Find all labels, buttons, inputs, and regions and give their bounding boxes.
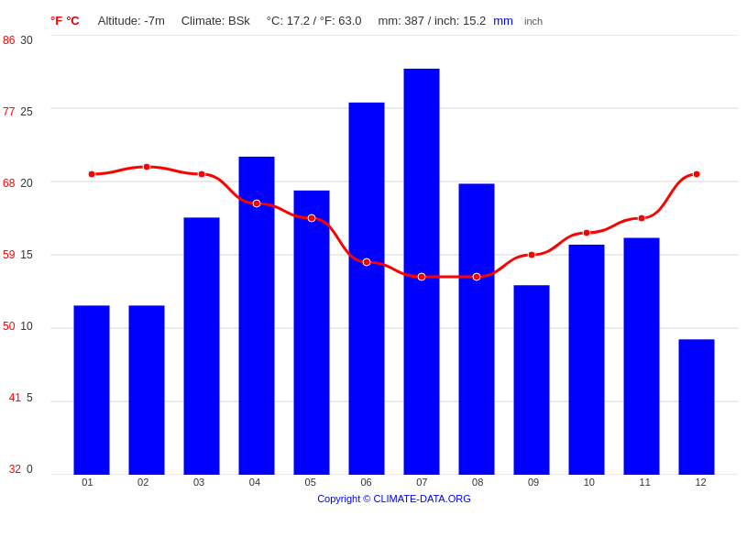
y-left-pair: 415: [9, 392, 33, 403]
y-left-pair: 320: [9, 464, 33, 475]
x-label: 10: [561, 477, 617, 488]
y-left-c: 5: [27, 392, 33, 403]
chart-area: 86307725682059155010415320 602.4502.0401…: [50, 35, 738, 475]
y-left-f: 41: [9, 392, 21, 403]
y-left-f: 68: [3, 178, 15, 189]
chart-container: °F °C Altitude: -7m Climate: BSk °C: 17.…: [0, 0, 747, 560]
x-label: 12: [673, 477, 729, 488]
y-left-pair: 7725: [3, 106, 33, 117]
temp-dot: [363, 258, 370, 266]
bar: [349, 103, 385, 475]
y-left-f: 86: [3, 35, 15, 46]
y-left-pair: 6820: [3, 178, 33, 189]
bar: [74, 305, 110, 475]
bar: [569, 245, 605, 475]
x-label: 11: [617, 477, 673, 488]
chart-header: °F °C Altitude: -7m Climate: BSk °C: 17.…: [50, 14, 738, 27]
x-label: 08: [450, 477, 506, 488]
mm-info: mm: 387 / inch: 15.2: [378, 14, 486, 27]
y-left-f: 32: [9, 464, 21, 475]
temp-dot: [143, 163, 150, 170]
y-left-f: 59: [3, 249, 15, 260]
y-left-c: 15: [20, 249, 32, 260]
bar: [679, 339, 715, 475]
temp-dot: [473, 273, 480, 280]
temp-dot: [88, 170, 95, 178]
x-label: 07: [394, 477, 450, 488]
bar: [404, 69, 440, 475]
y-left-c: 25: [20, 106, 32, 117]
x-label: 01: [60, 477, 115, 488]
y-left-c: 0: [27, 464, 33, 475]
x-label: 09: [506, 477, 562, 488]
temp-info: °C: 17.2 / °F: 63.0: [267, 14, 362, 27]
bar: [184, 217, 220, 475]
temp-dot: [638, 214, 645, 222]
y-left-c: 10: [20, 321, 32, 332]
bar: [129, 305, 165, 475]
x-axis: 010203040506070809101112: [50, 477, 738, 488]
bar: [514, 285, 550, 475]
y-axis-left: 86307725682059155010415320: [3, 35, 33, 475]
x-label: 05: [282, 477, 338, 488]
temp-dot: [693, 170, 700, 178]
fahrenheit-label: °F: [50, 14, 62, 27]
temp-dot: [418, 273, 425, 280]
altitude-info: Altitude: -7m: [98, 14, 165, 27]
copyright-label: Copyright © CLIMATE-DATA.ORG: [50, 493, 738, 504]
y-left-c: 30: [20, 35, 32, 46]
x-label: 06: [338, 477, 394, 488]
temp-dot: [583, 229, 590, 236]
celsius-label: °C: [66, 14, 80, 27]
y-left-c: 20: [20, 178, 32, 189]
temp-dot: [308, 214, 315, 222]
bar: [459, 183, 495, 475]
x-label: 03: [171, 477, 227, 488]
temperature-line: [92, 167, 697, 277]
temp-dot: [253, 200, 260, 207]
inch-unit: inch: [524, 16, 543, 27]
y-left-f: 77: [3, 106, 15, 117]
chart-svg: [50, 35, 738, 475]
mm-unit: mm: [493, 14, 513, 27]
bar: [624, 238, 660, 475]
x-label: 02: [115, 477, 171, 488]
y-left-pair: 8630: [3, 35, 33, 46]
y-left-pair: 5010: [3, 321, 33, 332]
bar: [294, 191, 330, 475]
y-left-f: 50: [3, 321, 15, 332]
temp-dot: [198, 170, 205, 178]
climate-info: Climate: BSk: [181, 14, 250, 27]
temp-dot: [528, 251, 535, 258]
x-label: 04: [226, 477, 282, 488]
y-left-pair: 5915: [3, 249, 33, 260]
